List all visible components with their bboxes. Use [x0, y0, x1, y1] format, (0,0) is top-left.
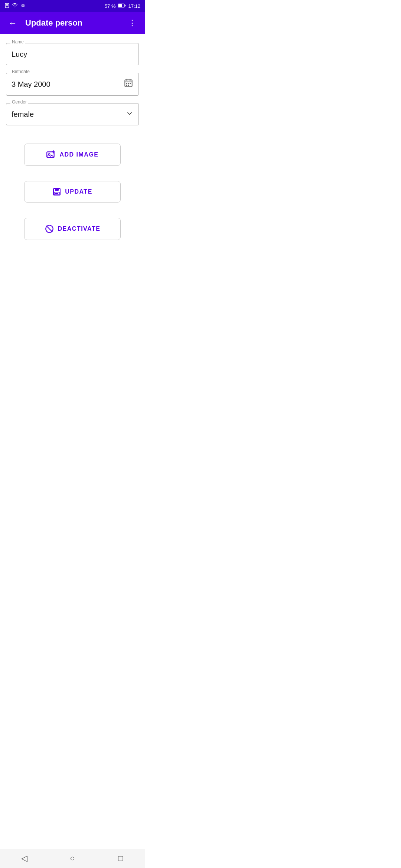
name-input[interactable]: [12, 50, 133, 59]
birthdate-input[interactable]: [12, 80, 124, 89]
svg-rect-11: [126, 83, 127, 84]
status-right: 57 % 17:12: [105, 3, 140, 9]
birthdate-label: Birthdate: [10, 69, 31, 74]
update-label: UPDATE: [65, 188, 92, 195]
status-icons-left: [4, 3, 26, 9]
save-icon: [52, 187, 61, 196]
svg-line-25: [46, 226, 52, 231]
svg-rect-5: [118, 4, 122, 7]
battery-percentage: 57 %: [105, 3, 116, 9]
svg-rect-23: [55, 193, 58, 194]
gender-label: Gender: [10, 99, 28, 105]
update-button[interactable]: UPDATE: [24, 181, 121, 203]
eye-icon: [20, 3, 26, 9]
birthdate-field-container: Birthdate: [6, 73, 139, 96]
deactivate-icon: [45, 224, 54, 234]
more-options-button[interactable]: ⋮: [125, 16, 139, 30]
battery-icon: [118, 3, 126, 9]
time-display: 17:12: [128, 3, 140, 9]
deactivate-button[interactable]: DEACTIVATE: [24, 218, 121, 240]
name-field-container: Name: [6, 43, 139, 65]
svg-rect-21: [55, 188, 59, 191]
calendar-icon: [124, 78, 133, 90]
svg-rect-1: [6, 4, 8, 6]
wifi-icon: [12, 3, 18, 9]
svg-rect-13: [130, 83, 131, 84]
action-buttons: ADD IMAGE UPDATE: [6, 139, 139, 244]
name-label: Name: [10, 39, 25, 45]
add-image-button[interactable]: ADD IMAGE: [24, 144, 121, 166]
status-bar: 57 % 17:12: [0, 0, 145, 12]
birthdate-input-wrapper[interactable]: [6, 73, 139, 96]
svg-rect-15: [128, 85, 129, 86]
divider-1: [6, 136, 139, 136]
back-button[interactable]: ←: [6, 16, 19, 30]
svg-rect-14: [126, 85, 127, 86]
page-title: Update person: [25, 18, 120, 28]
gender-field-container: Gender: [6, 103, 139, 125]
gender-input-wrapper[interactable]: [6, 103, 139, 125]
deactivate-label: DEACTIVATE: [58, 226, 101, 232]
form-content: Name Birthdate: [0, 34, 145, 253]
add-image-label: ADD IMAGE: [59, 151, 98, 158]
app-bar: ← Update person ⋮: [0, 12, 145, 34]
svg-rect-6: [125, 4, 125, 6]
svg-point-3: [23, 5, 24, 6]
sim-icon: [4, 3, 10, 9]
dropdown-chevron-icon: [126, 110, 133, 119]
gender-input[interactable]: [12, 110, 126, 119]
add-image-icon: [46, 150, 56, 160]
name-input-wrapper[interactable]: [6, 43, 139, 65]
svg-rect-12: [128, 83, 129, 84]
